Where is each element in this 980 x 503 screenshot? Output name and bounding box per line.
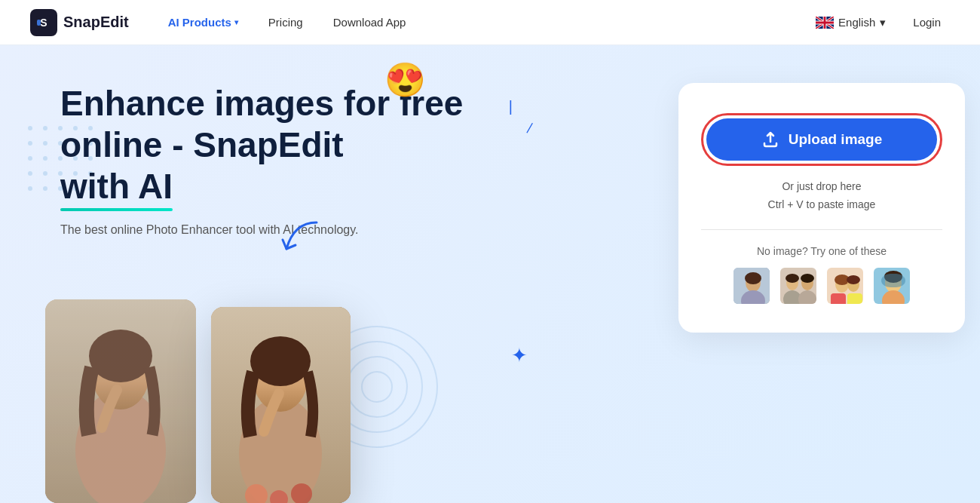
image-preview-area: [45, 299, 351, 503]
svg-rect-61: [847, 293, 862, 304]
sample-image-3[interactable]: [825, 266, 865, 305]
sample-image-4[interactable]: [872, 266, 911, 305]
try-label: No image? Try one of these: [757, 245, 887, 257]
nav-label-pricing: Pricing: [268, 16, 303, 29]
emoji-decoration: 😍: [384, 60, 426, 100]
chevron-down-icon: ▾: [234, 18, 238, 26]
preview-before-image: [45, 299, 196, 503]
upload-button[interactable]: Upload image: [706, 118, 937, 161]
navbar: S SnapEdit AI Products ▾ Pricing Downloa…: [0, 0, 980, 45]
hero-highlight: with AI: [60, 166, 173, 207]
sparkle-icon-3: ✦: [511, 344, 528, 367]
hero-section: Enhance images for free online - SnapEdi…: [0, 45, 663, 503]
upload-card: Upload image Or just drop here Ctrl + V …: [678, 83, 965, 333]
svg-point-36: [250, 336, 311, 386]
sparkle-icon-1: |: [509, 98, 513, 115]
svg-text:S: S: [40, 17, 47, 29]
preview-after-image: [211, 307, 351, 503]
hero-subtitle: The best online Photo Enhancer tool with…: [60, 223, 633, 237]
login-button[interactable]: Login: [904, 11, 950, 33]
svg-rect-60: [831, 293, 846, 304]
svg-point-50: [786, 274, 799, 283]
sample-image-1[interactable]: [732, 266, 771, 305]
logo[interactable]: S SnapEdit: [30, 9, 129, 36]
sample-images-row: [732, 266, 911, 305]
svg-rect-66: [881, 274, 905, 287]
logo-icon: S: [30, 9, 57, 36]
main-content: Enhance images for free online - SnapEdi…: [0, 45, 980, 503]
svg-point-32: [89, 330, 152, 382]
arrow-decoration: [279, 219, 324, 259]
logo-text: SnapEdit: [63, 14, 129, 31]
drop-hint: Or just drop here Ctrl + V to paste imag…: [768, 178, 876, 214]
svg-point-52: [801, 274, 814, 283]
nav-item-pricing[interactable]: Pricing: [253, 10, 318, 35]
svg-point-46: [745, 272, 761, 284]
svg-point-43: [362, 372, 392, 402]
sample-image-2[interactable]: [779, 266, 818, 305]
nav-item-products[interactable]: AI Products ▾: [153, 10, 253, 35]
nav-item-download[interactable]: Download App: [318, 10, 421, 35]
sparkle-icon-2: |: [525, 121, 535, 134]
right-panel: Upload image Or just drop here Ctrl + V …: [663, 45, 980, 503]
nav-label-products: AI Products: [168, 16, 231, 29]
svg-rect-2: [37, 20, 41, 26]
language-selector[interactable]: English ▾: [816, 16, 886, 29]
upload-icon: [761, 130, 779, 149]
nav-label-download: Download App: [333, 16, 406, 29]
nav-links: AI Products ▾ Pricing Download App: [153, 10, 816, 35]
language-chevron-icon: ▾: [880, 16, 886, 29]
divider: [701, 229, 942, 230]
nav-right: English ▾ Login: [816, 11, 950, 33]
hero-title: Enhance images for free online - SnapEdi…: [60, 83, 498, 208]
upload-button-label: Upload image: [789, 131, 883, 148]
upload-button-wrapper: Upload image: [701, 113, 942, 166]
svg-point-59: [847, 275, 860, 284]
svg-point-42: [347, 357, 407, 417]
language-label: English: [838, 16, 875, 29]
flag-icon: [816, 17, 834, 29]
